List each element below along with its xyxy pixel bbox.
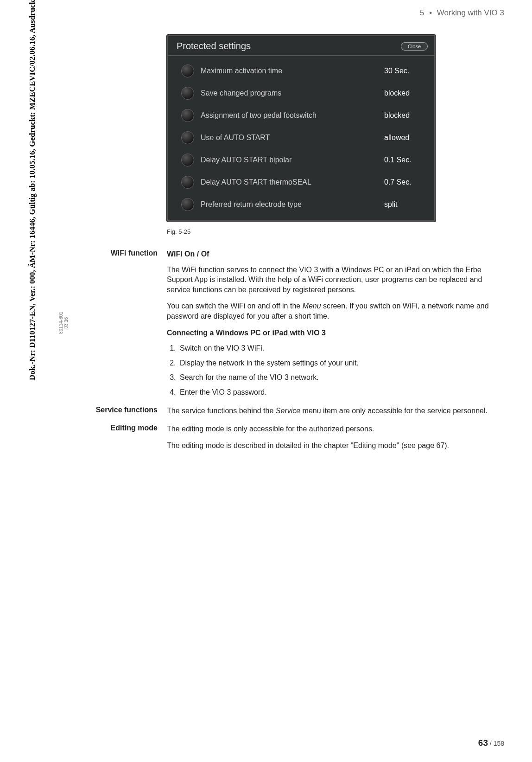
section-body-editing: The editing mode is only accessible for … bbox=[167, 424, 505, 457]
settings-row[interactable]: Save changed programs blocked bbox=[177, 82, 430, 104]
settings-row[interactable]: Delay AUTO START thermoSEAL 0.7 Sec. bbox=[177, 171, 430, 193]
row-value: 0.1 Sec. bbox=[384, 156, 426, 164]
settings-row[interactable]: Preferred return electrode type split bbox=[177, 193, 430, 216]
wifi-paragraph-2: You can switch the WiFi on and off in th… bbox=[167, 301, 505, 321]
page-footer: 63 / 158 bbox=[478, 738, 504, 748]
list-item: Display the network in the system settin… bbox=[178, 358, 505, 368]
list-item: Search for the name of the VIO 3 network… bbox=[178, 372, 505, 383]
wifi-steps: Switch on the VIO 3 WiFi. Display the ne… bbox=[167, 343, 505, 397]
row-value: 30 Sec. bbox=[384, 67, 426, 75]
editing-paragraph-2: The editing mode is described in detaile… bbox=[167, 441, 505, 451]
row-label: Maximum activation time bbox=[201, 67, 384, 75]
row-value: blocked bbox=[384, 111, 426, 120]
chapter-number: 5 bbox=[420, 8, 424, 17]
page-number: 63 bbox=[478, 738, 488, 748]
part-number-note: 80114-601 03.16 bbox=[58, 312, 69, 334]
chapter-title: Working with VIO 3 bbox=[437, 8, 504, 17]
section-label-editing: Editing mode bbox=[74, 424, 167, 432]
body-sections: WiFi function WiFi On / Of The WiFi func… bbox=[74, 249, 505, 457]
document-id-note: Dok.-Nr: D110127-EN, Ver.: 000, ÄM-Nr: 1… bbox=[28, 0, 37, 380]
settings-title: Protected settings bbox=[177, 41, 251, 51]
row-value: 0.7 Sec. bbox=[384, 178, 426, 186]
radio-icon bbox=[181, 198, 194, 211]
service-paragraph: The service functions behind the Service… bbox=[167, 406, 505, 416]
radio-icon bbox=[181, 87, 194, 100]
row-value: split bbox=[384, 200, 426, 209]
text-span: You can switch the WiFi on and off in th… bbox=[167, 302, 303, 310]
part-number: 80114-601 bbox=[58, 312, 63, 334]
radio-icon bbox=[181, 176, 194, 189]
wifi-heading: WiFi On / Of bbox=[167, 249, 505, 259]
row-label: Preferred return electrode type bbox=[201, 200, 384, 209]
page-total: 158 bbox=[494, 740, 504, 747]
wifi-subheading: Connecting a Windows PC or iPad with VIO… bbox=[167, 328, 505, 338]
row-value: blocked bbox=[384, 89, 426, 97]
settings-list: Maximum activation time 30 Sec. Save cha… bbox=[168, 56, 434, 216]
section-body-service: The service functions behind the Service… bbox=[167, 406, 505, 423]
row-label: Delay AUTO START thermoSEAL bbox=[201, 178, 384, 186]
row-label: Delay AUTO START bipolar bbox=[201, 156, 384, 164]
protected-settings-panel: Protected settings Close Maximum activat… bbox=[167, 35, 436, 222]
editing-paragraph-1: The editing mode is only accessible for … bbox=[167, 424, 505, 434]
settings-row[interactable]: Assignment of two pedal footswitch block… bbox=[177, 104, 430, 127]
section-wifi: WiFi function WiFi On / Of The WiFi func… bbox=[74, 249, 505, 404]
text-span: The service functions behind the bbox=[167, 407, 276, 415]
close-button[interactable]: Close bbox=[401, 42, 428, 51]
section-body-wifi: WiFi On / Of The WiFi function serves to… bbox=[167, 249, 505, 404]
section-label-service: Service functions bbox=[74, 406, 167, 414]
header-bullet: • bbox=[429, 8, 432, 17]
row-label: Assignment of two pedal footswitch bbox=[201, 111, 384, 120]
radio-icon bbox=[181, 64, 194, 77]
list-item: Switch on the VIO 3 WiFi. bbox=[178, 343, 505, 353]
text-span: menu item are only accessible for the se… bbox=[300, 407, 488, 415]
section-service: Service functions The service functions … bbox=[74, 406, 505, 423]
section-label-wifi: WiFi function bbox=[74, 249, 167, 257]
row-label: Save changed programs bbox=[201, 89, 384, 97]
section-editing: Editing mode The editing mode is only ac… bbox=[74, 424, 505, 457]
page-header: 5 • Working with VIO 3 bbox=[420, 8, 504, 18]
settings-row[interactable]: Maximum activation time 30 Sec. bbox=[177, 60, 430, 82]
row-label: Use of AUTO START bbox=[201, 134, 384, 142]
list-item: Enter the VIO 3 password. bbox=[178, 387, 505, 397]
page-sep: / bbox=[488, 740, 494, 747]
row-value: allowed bbox=[384, 134, 426, 142]
settings-header: Protected settings Close bbox=[168, 36, 434, 56]
wifi-paragraph-1: The WiFi function serves to connect the … bbox=[167, 265, 505, 295]
menu-italic: Menu bbox=[303, 302, 321, 310]
content-area: Protected settings Close Maximum activat… bbox=[74, 35, 505, 459]
settings-row[interactable]: Delay AUTO START bipolar 0.1 Sec. bbox=[177, 149, 430, 171]
radio-icon bbox=[181, 109, 194, 122]
figure-caption: Fig. 5-25 bbox=[167, 228, 505, 235]
settings-row[interactable]: Use of AUTO START allowed bbox=[177, 127, 430, 149]
radio-icon bbox=[181, 131, 194, 144]
service-italic: Service bbox=[276, 407, 300, 415]
part-date: 03.16 bbox=[63, 312, 69, 334]
radio-icon bbox=[181, 154, 194, 166]
